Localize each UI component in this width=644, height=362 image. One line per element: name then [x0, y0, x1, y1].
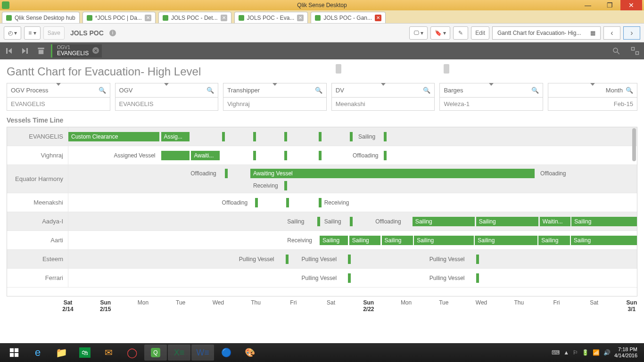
gantt-tick — [350, 217, 353, 226]
filter-ogv[interactable]: OGV🔍 EVANGELIS — [115, 83, 219, 111]
window-title-bar: Qlik Sense Desktop — ❐ ✕ — [0, 0, 644, 10]
gantt-tick — [317, 217, 320, 226]
tab-2[interactable]: JOLS POC - Det...✕ — [158, 12, 231, 23]
gantt-bar[interactable]: Awaiting Vessel — [250, 169, 535, 178]
close-button[interactable]: ✕ — [620, 0, 642, 10]
gantt-bar[interactable] — [161, 151, 190, 160]
search-icon[interactable]: 🔍 — [315, 87, 322, 94]
search-icon[interactable]: 🔍 — [531, 87, 539, 94]
tray-up-icon[interactable]: ▲ — [563, 349, 569, 356]
toolbar: ◴ ▾ ≡ ▾ Save JOLS POC i 🖵 ▾ 🔖 ▾ ✎ Edit G… — [0, 24, 644, 42]
gantt-bar[interactable]: Awaiti... — [191, 151, 219, 160]
tab-4[interactable]: JOLS POC - Gan...✕ — [311, 12, 386, 23]
gantt-label: Sailing — [358, 132, 375, 141]
close-icon[interactable]: ✕ — [221, 15, 227, 21]
search-icon[interactable]: 🔍 — [423, 87, 430, 94]
tab-1[interactable]: *JOLS POC | Da...✕ — [83, 12, 156, 23]
close-icon[interactable]: ✕ — [145, 15, 151, 21]
filter-dv[interactable]: DV🔍 Meenakshi — [331, 83, 435, 111]
gantt-bar[interactable]: Sailing — [475, 236, 537, 245]
nav-menu-button[interactable]: ◴ ▾ — [4, 26, 21, 40]
gantt-label: Receiving — [287, 236, 312, 245]
search-icon[interactable]: 🔍 — [626, 87, 633, 94]
start-button[interactable] — [3, 343, 25, 362]
prev-sheet-button[interactable]: ‹ — [603, 26, 620, 40]
filter-transhipper[interactable]: Transhipper🔍 Vighnraj — [223, 83, 327, 111]
tab-3[interactable]: JOLS POC - Eva...✕ — [234, 12, 308, 23]
taskbar-ie-icon[interactable]: e — [26, 345, 49, 361]
gantt-bar[interactable]: Sailing — [382, 236, 413, 245]
gantt-bar[interactable]: Sailing — [571, 236, 637, 245]
scroll-indicator[interactable] — [336, 64, 341, 74]
edit-icon-button[interactable]: ✎ — [453, 26, 468, 40]
taskbar-qlik-icon[interactable]: Q — [144, 345, 167, 361]
volume-icon[interactable]: 🔊 — [603, 349, 611, 356]
clear-selection-icon[interactable]: ✕ — [92, 47, 99, 54]
list-menu-button[interactable]: ≡ ▾ — [24, 26, 40, 40]
close-icon[interactable]: ✕ — [375, 15, 381, 21]
gantt-bar[interactable]: Sailing — [349, 236, 380, 245]
axis-label: Thu — [514, 299, 524, 306]
flag-icon[interactable]: ⚐ — [573, 349, 578, 356]
taskbar-outlook-icon[interactable]: ✉ — [97, 345, 120, 361]
filter-barges[interactable]: Barges🔍 Weleza-1 — [439, 83, 543, 111]
gantt-bar[interactable]: Sailing — [476, 217, 539, 226]
bookmark-button[interactable]: 🔖 ▾ — [430, 26, 450, 40]
gantt-bar[interactable]: Sailing — [538, 236, 570, 245]
taskbar-store-icon[interactable]: 🛍 — [74, 345, 96, 361]
gantt-chart[interactable]: EVANGELIS Custom Clearance Assig... Sail… — [7, 127, 637, 296]
axis-label: Sun3/1 — [627, 299, 637, 313]
search-icon[interactable] — [610, 45, 622, 57]
gantt-bar[interactable]: Waitin... — [540, 217, 570, 226]
gantt-bar[interactable]: Assig... — [161, 132, 190, 141]
selection-chip[interactable]: OGV1 EVANGELIS ✕ — [51, 44, 102, 58]
info-icon[interactable]: i — [109, 30, 116, 36]
close-icon[interactable]: ✕ — [297, 15, 304, 21]
edit-button[interactable]: Edit — [471, 26, 489, 40]
svg-rect-4 — [15, 348, 18, 352]
selection-value: EVANGELIS — [57, 50, 89, 57]
clear-all-icon[interactable] — [35, 45, 47, 57]
gantt-label: Pulling Vessel — [301, 255, 337, 264]
gantt-tick — [319, 151, 322, 160]
gantt-bar[interactable]: Sailing — [320, 236, 348, 245]
taskbar-opera-icon[interactable]: ◯ — [121, 345, 143, 361]
network-icon[interactable]: 📶 — [593, 349, 600, 356]
tab-hub[interactable]: Qlik Sense Desktop hub — [2, 12, 80, 23]
clock[interactable]: 7:18 PM 4/14/2016 — [614, 346, 637, 359]
taskbar-excel-icon[interactable]: X≡ — [168, 345, 190, 361]
filter-month[interactable]: Month🔍 Feb-15 — [548, 83, 637, 111]
svg-rect-1 — [632, 48, 635, 50]
gantt-label: Offloading — [375, 217, 401, 226]
gantt-bar[interactable]: Sailing — [413, 217, 475, 226]
step-back-icon[interactable] — [3, 45, 15, 57]
taskbar-chrome-icon[interactable]: 🔵 — [215, 345, 238, 361]
search-icon[interactable]: 🔍 — [99, 87, 106, 94]
selections-tool-icon[interactable] — [629, 45, 641, 57]
qlik-icon — [239, 15, 244, 21]
keyboard-icon[interactable]: ⌨ — [552, 349, 560, 356]
gantt-row: EVANGELIS Custom Clearance Assig... Sail… — [7, 127, 637, 146]
battery-icon[interactable]: 🔋 — [582, 349, 589, 356]
gantt-bar[interactable]: Sailing — [571, 217, 637, 226]
gantt-tick — [384, 132, 387, 141]
taskbar-explorer-icon[interactable]: 📁 — [50, 345, 73, 361]
taskbar-paint-icon[interactable]: 🎨 — [239, 345, 261, 361]
sheet-selector[interactable]: Gantt Chart for Evacuation- Hig...▦ — [492, 26, 601, 40]
gantt-bar[interactable]: Sailing — [414, 236, 474, 245]
qlik-icon — [315, 15, 321, 21]
next-sheet-button[interactable]: › — [623, 26, 640, 40]
step-forward-icon[interactable] — [19, 45, 31, 57]
scroll-indicator[interactable] — [444, 64, 449, 74]
minimize-button[interactable]: — — [577, 0, 599, 10]
gantt-tick — [286, 198, 289, 207]
search-icon[interactable]: 🔍 — [206, 87, 214, 94]
device-preview-button[interactable]: 🖵 ▾ — [409, 26, 428, 40]
maximize-button[interactable]: ❐ — [599, 0, 620, 10]
filter-ogv-process[interactable]: OGV Process🔍 EVANGELIS — [7, 83, 110, 111]
gantt-bar[interactable]: Custom Clearance — [68, 132, 159, 141]
svg-rect-3 — [10, 348, 14, 352]
gantt-label: Sailing — [324, 217, 341, 226]
taskbar-word-icon[interactable]: W≡ — [191, 345, 214, 361]
save-button[interactable]: Save — [43, 26, 65, 40]
